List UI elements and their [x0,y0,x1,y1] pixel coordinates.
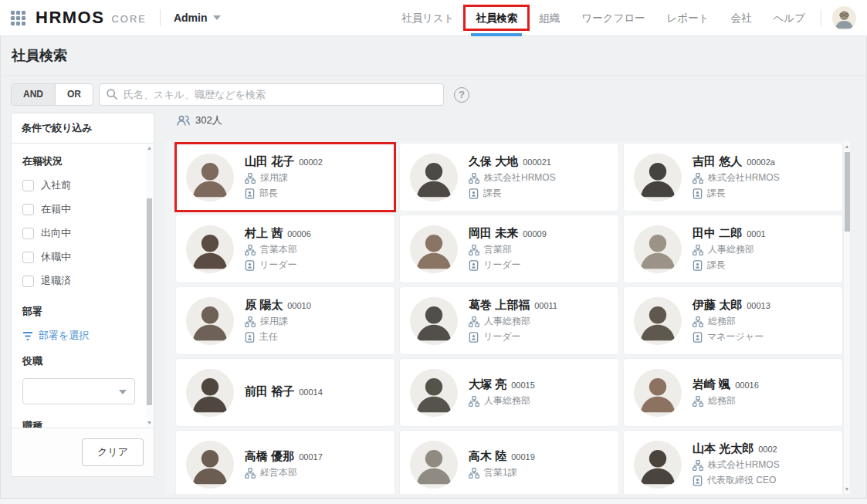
position-section-title: 役職 [22,354,135,368]
scrollbar-thumb[interactable] [845,152,850,232]
employee-id: 00002a [747,157,775,167]
employee-title: リーダー [483,330,521,343]
nav-item-レポート[interactable]: レポート [656,0,720,36]
employee-id: 00002 [299,157,323,167]
checkbox[interactable] [22,228,34,239]
result-count: 302人 [177,113,222,127]
employee-card[interactable]: 高橋 優那00017経営本部 [176,431,395,494]
page-title: 社員検索 [12,46,67,65]
employee-id: 00009 [523,229,547,238]
status-checkbox-row[interactable]: 在籍中 [22,202,135,216]
employee-card[interactable]: 山本 光太郎0002株式会社HRMOS代表取締役 CEO [624,431,842,494]
nav-item-label: 会社 [731,12,752,24]
divider [160,9,161,26]
employee-name-line: 岡田 未来00009 [469,226,547,241]
employee-title: 課長 [707,187,726,200]
employee-title: 部長 [259,187,278,200]
divider [821,9,821,26]
nav-item-社員リスト[interactable]: 社員リスト [391,0,465,36]
employee-name: 大塚 亮 [469,377,506,392]
workspace-dropdown[interactable]: Admin [174,12,221,24]
id-badge-icon [469,188,479,199]
employee-name-line: 田中 二郎0001 [693,226,766,241]
employee-name: 田中 二郎 [693,226,742,241]
employee-department-row: 採用課 [245,171,323,184]
clear-button[interactable]: クリア [82,438,144,466]
nav-item-label: ヘルプ [774,12,805,24]
id-badge-icon [693,260,703,271]
select-department-link[interactable]: 部署を選択 [22,329,135,343]
nav-item-組織[interactable]: 組織 [528,0,571,36]
employee-avatar [410,154,458,201]
employee-card[interactable]: 久保 大地000021株式会社HRMOS課長 [400,144,618,211]
grid-scrollbar[interactable]: ▲ ▼ [843,141,850,494]
status-checkbox-row[interactable]: 退職済 [22,274,135,288]
checkbox[interactable] [22,180,34,191]
employee-id: 00014 [299,387,323,397]
employee-department: 株式会社HRMOS [708,171,780,184]
checkbox[interactable] [22,276,34,287]
scroll-up-arrow[interactable]: ▲ [146,144,153,152]
employee-name: 吉田 悠人 [693,154,742,169]
or-toggle-button[interactable]: OR [55,84,93,105]
employee-card[interactable]: 前田 裕子00014 [176,359,395,426]
checkbox[interactable] [22,204,34,215]
search-input[interactable] [99,83,444,106]
status-checkbox-row[interactable]: 入社前 [22,178,135,192]
nav-item-社員検索[interactable]: 社員検索 [465,0,528,36]
id-badge-icon [245,332,255,343]
employee-id: 00019 [511,452,535,462]
nav-item-label: 社員検索 [476,12,517,24]
nav-item-ヘルプ[interactable]: ヘルプ [763,0,816,36]
employee-avatar [186,225,234,273]
and-toggle-button[interactable]: AND [12,84,55,105]
status-checkbox-row[interactable]: 休職中 [22,250,135,264]
chevron-down-icon [213,15,221,20]
employee-info: 原 陽太00010採用課主任 [245,298,311,343]
checkbox-label: 休職中 [41,250,71,264]
employee-card[interactable]: 岩崎 颯00016総務部 [624,359,842,426]
scroll-down-arrow[interactable]: ▼ [844,485,850,493]
employee-card[interactable]: 岡田 未来00009営業部リーダー [400,215,618,282]
employee-avatar [634,297,682,345]
employee-name-line: 山田 花子00002 [245,154,323,169]
employee-card[interactable]: 原 陽太00010採用課主任 [176,287,395,354]
employee-card[interactable]: 大塚 亮00015人事総務部 [400,359,618,426]
id-badge-icon [245,260,255,271]
employee-info: 大塚 亮00015人事総務部 [469,377,535,408]
user-avatar[interactable] [832,6,856,30]
status-checkbox-row[interactable]: 出向中 [22,226,135,240]
employee-card[interactable]: 葛巻 上部福00011人事総務部リーダー [400,287,618,354]
employee-card[interactable]: 高木 陸00019営業1課 [400,431,618,494]
employee-title-row: 主任 [245,330,311,343]
org-chart-icon [693,173,703,184]
product-name: CORE [111,13,147,25]
employee-grid-container: 山田 花子00002採用課部長久保 大地000021株式会社HRMOS課長吉田 … [166,141,850,494]
employee-card[interactable]: 伊藤 太郎00013総務部マネージャー [624,287,842,354]
filter-scroll-area: 在籍状況 入社前在籍中出向中休職中退職済 部署 部署を選択 役職 職種 ▲ ▼ [12,144,154,428]
employee-card[interactable]: 山田 花子00002採用課部長 [176,144,395,211]
scroll-down-arrow[interactable]: ▼ [146,419,153,427]
id-badge-icon [693,475,703,486]
employee-info: 高橋 優那00017経営本部 [245,449,323,479]
employee-department: 人事総務部 [708,243,754,256]
select-department-label: 部署を選択 [39,329,89,343]
help-icon[interactable]: ? [454,87,469,103]
employee-card[interactable]: 吉田 悠人00002a株式会社HRMOS課長 [624,144,842,211]
employee-department-row: 人事総務部 [693,243,766,256]
scroll-up-arrow[interactable]: ▲ [844,142,850,151]
checkbox[interactable] [22,252,34,263]
scrollbar-thumb[interactable] [147,198,152,405]
employee-department-row: 採用課 [245,315,311,328]
employee-card[interactable]: 村上 茜00006営業本部リーダー [176,215,395,282]
employee-info: 吉田 悠人00002a株式会社HRMOS課長 [693,154,780,200]
employee-card[interactable]: 田中 二郎0001人事総務部課長 [624,215,842,282]
app-grid-icon[interactable] [11,11,25,25]
position-select[interactable] [22,378,135,404]
nav-item-ワークフロー[interactable]: ワークフロー [571,0,655,36]
sidebar-scrollbar[interactable]: ▲ ▼ [146,144,153,427]
employee-avatar [410,369,458,417]
employee-id: 00010 [287,301,311,310]
filter-header: 条件で絞り込み [12,113,154,144]
nav-item-会社[interactable]: 会社 [720,0,763,36]
